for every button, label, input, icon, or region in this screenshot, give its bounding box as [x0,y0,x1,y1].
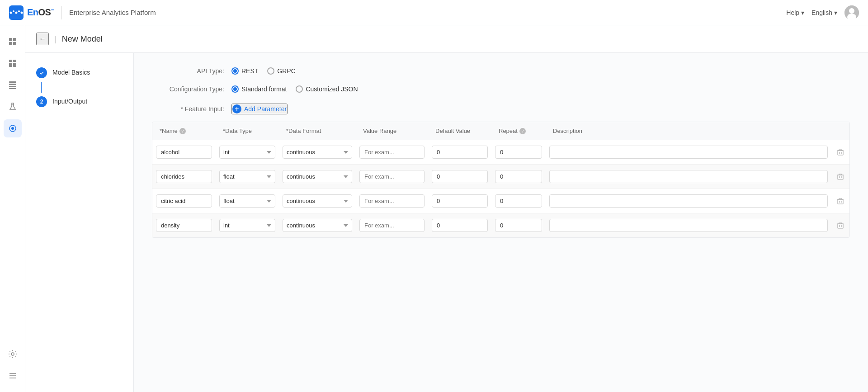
delete-button-3[interactable] [835,222,846,229]
cell-dataformat-3: continuous discrete categorical [279,213,356,237]
dataformat-select-1[interactable]: continuous discrete categorical [283,170,352,183]
logo[interactable]: EnOS™ [9,5,54,20]
api-type-rest[interactable]: REST [231,67,258,75]
datatype-select-0[interactable]: int float string boolean [219,146,275,159]
defaultvalue-input-1[interactable] [432,170,488,183]
nav-right: Help ▾ English ▾ [786,5,859,20]
svg-rect-36 [838,224,843,228]
page-title: New Model [62,34,103,44]
repeat-help-icon[interactable]: ? [519,128,526,134]
logo-text: EnOS™ [27,7,54,18]
cell-action-2 [831,189,849,213]
sidebar-icon-model[interactable] [4,119,22,137]
cell-valuerange-0 [356,140,428,164]
valuerange-input-1[interactable] [359,170,425,183]
logo-icon [9,5,24,20]
sidebar-icon-lab[interactable] [4,98,22,116]
header-name: *Name ? [152,122,216,140]
cell-action-3 [831,213,849,237]
datatype-select-1[interactable]: int float string boolean [219,170,275,183]
api-type-grpc[interactable]: GRPC [267,67,295,75]
config-customized[interactable]: Customized JSON [296,85,358,93]
name-help-icon[interactable]: ? [179,128,186,134]
description-input-3[interactable] [549,219,828,232]
dataformat-select-2[interactable]: continuous discrete categorical [283,194,352,208]
step-2: 2 Input/Output [36,96,123,107]
cell-defaultvalue-2 [428,189,491,213]
svg-rect-8 [9,38,12,41]
svg-rect-33 [838,199,843,204]
sidebar-icon-settings[interactable] [4,345,22,363]
name-input-0[interactable] [156,146,212,159]
sidebar-icon-table[interactable] [4,76,22,94]
chevron-down-icon: ▾ [801,9,804,16]
avatar[interactable] [844,5,859,20]
sidebar-icon-menu[interactable] [4,367,22,385]
svg-point-22 [11,127,14,130]
dataformat-select-0[interactable]: continuous discrete categorical [283,146,352,159]
cell-defaultvalue-1 [428,165,491,189]
feature-input-section: * Feature Input: + Add Parameter *Name ? [152,104,850,238]
svg-rect-9 [13,38,16,41]
content-layout: Model Basics 2 Input/Output API Type: RE… [25,53,868,392]
nav-divider [61,6,62,19]
repeat-input-3[interactable] [495,219,542,232]
help-button[interactable]: Help ▾ [786,9,804,16]
cell-description-0 [546,140,831,164]
cell-datatype-1: int float string boolean [216,165,279,189]
name-input-3[interactable] [156,219,212,232]
step-sidebar: Model Basics 2 Input/Output [25,53,134,392]
cell-datatype-2: int float string boolean [216,189,279,213]
svg-point-4 [21,11,23,14]
cell-repeat-3 [491,213,546,237]
delete-button-0[interactable] [835,149,846,156]
config-standard[interactable]: Standard format [231,85,287,93]
cell-valuerange-1 [356,165,428,189]
header-value-range: Value Range [356,122,428,140]
description-input-2[interactable] [549,194,828,208]
radio-customized-icon [296,85,303,93]
api-type-row: API Type: REST GRPC [152,67,850,75]
description-input-0[interactable] [549,146,828,159]
plus-icon: + [232,104,241,113]
repeat-input-0[interactable] [495,146,542,159]
header-data-type: *Data Type [216,122,279,140]
name-input-2[interactable] [156,194,212,208]
cell-dataformat-1: continuous discrete categorical [279,165,356,189]
svg-rect-15 [13,63,16,67]
repeat-input-2[interactable] [495,194,542,208]
valuerange-input-2[interactable] [359,194,425,208]
repeat-input-1[interactable] [495,170,542,183]
description-input-1[interactable] [549,170,828,183]
back-button[interactable]: ← [36,33,49,45]
cell-description-1 [546,165,831,189]
cell-defaultvalue-0 [428,140,491,164]
name-input-1[interactable] [156,170,212,183]
table-row: int float string boolean continuous disc… [152,189,849,213]
step-connector [41,82,42,93]
cell-datatype-0: int float string boolean [216,140,279,164]
valuerange-input-3[interactable] [359,219,425,232]
defaultvalue-input-3[interactable] [432,219,488,232]
api-type-radio-group: REST GRPC [231,67,296,75]
add-parameter-button[interactable]: + Add Parameter [231,104,288,114]
svg-rect-12 [9,60,12,62]
svg-point-0 [10,11,12,14]
table-row: int float string boolean continuous disc… [152,165,849,189]
defaultvalue-input-2[interactable] [432,194,488,208]
defaultvalue-input-0[interactable] [432,146,488,159]
add-parameter-label: Add Parameter [244,105,287,113]
cell-valuerange-2 [356,189,428,213]
cell-description-2 [546,189,831,213]
delete-button-1[interactable] [835,173,846,180]
dataformat-select-3[interactable]: continuous discrete categorical [283,219,352,232]
cell-name-2 [152,189,216,213]
sidebar-icon-dashboard[interactable] [4,54,22,72]
sidebar-icon-home[interactable] [4,33,22,51]
svg-point-2 [15,11,18,14]
valuerange-input-0[interactable] [359,146,425,159]
delete-button-2[interactable] [835,198,846,205]
datatype-select-3[interactable]: int float string boolean [219,219,275,232]
language-selector[interactable]: English ▾ [811,9,837,16]
datatype-select-2[interactable]: int float string boolean [219,194,275,208]
